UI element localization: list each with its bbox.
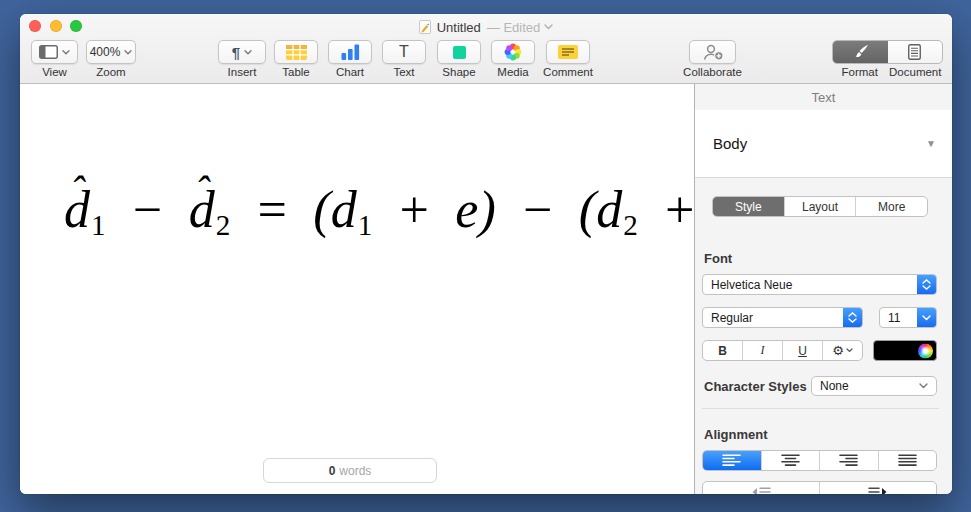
format-label: Format	[832, 67, 888, 79]
align-justify-button[interactable]	[878, 451, 937, 470]
insert-button[interactable]: ¶	[218, 40, 266, 64]
hat-accent: ˆ	[70, 164, 84, 218]
color-wheel-icon[interactable]	[918, 343, 933, 358]
shape-label: Shape	[442, 67, 475, 79]
tab-layout[interactable]: Layout	[784, 197, 856, 216]
chevron-down-icon[interactable]	[917, 308, 936, 327]
align-justify-icon	[898, 454, 917, 467]
chevron-down-icon	[124, 50, 132, 55]
chart-button[interactable]	[328, 40, 372, 64]
font-section-label: Font	[704, 252, 732, 265]
window-title: Untitled	[437, 20, 481, 35]
font-family-select[interactable]: Helvetica Neue	[702, 274, 937, 295]
table-icon	[286, 45, 307, 60]
zoom-value: 400%	[90, 45, 121, 59]
comment-button[interactable]	[546, 40, 590, 64]
equation: dˆ1 − dˆ2 = (d1 + e) − (d2 + e)	[64, 176, 761, 245]
font-size-value: 11	[888, 311, 900, 325]
media-label: Media	[497, 67, 528, 79]
collaborate-label: Collaborate	[683, 67, 742, 79]
text-button[interactable]: T	[382, 40, 426, 64]
indent-decrease-icon	[751, 486, 771, 495]
zoom-button[interactable]: 400%	[86, 40, 136, 64]
stepper-icon[interactable]	[843, 308, 862, 327]
zoom-label: Zoom	[96, 67, 125, 79]
tab-style[interactable]: Style	[713, 197, 784, 216]
paragraph-style-name: Body	[713, 135, 747, 152]
gear-icon: ⚙	[832, 344, 844, 357]
indent-increase-icon	[868, 486, 888, 495]
underline-button[interactable]: U	[782, 341, 822, 360]
alignment-label: Alignment	[704, 428, 768, 441]
view-sidebar-icon	[39, 45, 58, 59]
character-styles-dropdown[interactable]: None	[811, 376, 937, 396]
window-edited-status: — Edited	[487, 20, 540, 35]
decrease-indent-button[interactable]	[703, 482, 819, 494]
titlebar: Untitled — Edited	[20, 14, 952, 40]
collaborate-button[interactable]	[689, 40, 736, 64]
paragraph-style-row[interactable]: Body ▼	[695, 110, 952, 178]
font-family-value: Helvetica Neue	[711, 278, 792, 292]
text-label: Text	[393, 67, 414, 79]
paintbrush-icon	[852, 44, 869, 60]
comment-icon	[558, 45, 578, 59]
shape-icon	[453, 46, 466, 59]
document-canvas[interactable]: dˆ1 − dˆ2 = (d1 + e) − (d2 + e) 0 words	[20, 84, 694, 494]
format-button[interactable]	[833, 41, 888, 63]
pilcrow-icon: ¶	[232, 45, 240, 60]
font-weight-value: Regular	[711, 311, 753, 325]
view-label: View	[42, 67, 67, 79]
title-chevron-down-icon[interactable]	[544, 24, 553, 30]
chevron-down-icon	[244, 50, 252, 55]
align-right-icon	[839, 454, 858, 467]
tab-more[interactable]: More	[855, 197, 927, 216]
pages-app-icon	[419, 20, 431, 34]
bold-button[interactable]: B	[703, 341, 742, 360]
table-button[interactable]	[274, 40, 318, 64]
increase-indent-button[interactable]	[819, 482, 936, 494]
collaborate-icon	[702, 44, 724, 61]
inspector-tabs: Style Layout More	[712, 196, 928, 217]
insert-label: Insert	[228, 67, 257, 79]
advanced-options-button[interactable]: ⚙	[822, 341, 862, 360]
alignment-controls	[702, 450, 937, 471]
section-divider	[702, 408, 939, 409]
align-left-button[interactable]	[703, 451, 761, 470]
align-left-icon	[722, 454, 741, 467]
chevron-down-icon	[846, 348, 853, 353]
document-button[interactable]	[888, 41, 943, 63]
media-button[interactable]	[491, 40, 535, 64]
chevron-down-icon	[919, 383, 928, 389]
hat-accent: ˆ	[195, 164, 209, 218]
indent-controls	[702, 481, 937, 494]
text-color-well[interactable]	[873, 340, 937, 361]
align-center-button[interactable]	[761, 451, 820, 470]
format-inspector: Text Body ▼ Style Layout More Font Helve…	[694, 84, 952, 494]
chart-icon	[341, 44, 360, 60]
stepper-icon[interactable]	[917, 275, 936, 294]
character-styles-value: None	[820, 379, 849, 393]
shape-button[interactable]	[437, 40, 481, 64]
text-icon: T	[399, 44, 409, 60]
word-count-label: words	[339, 464, 371, 478]
view-button[interactable]	[31, 40, 78, 64]
font-size-select[interactable]: 11	[879, 307, 937, 328]
table-label: Table	[282, 67, 310, 79]
inspector-header: Text	[695, 84, 952, 111]
pages-window: Untitled — Edited View 400% Zoom	[20, 14, 952, 494]
media-flower-icon	[504, 43, 522, 61]
word-count-pill[interactable]: 0 words	[263, 458, 437, 483]
window-header: Untitled — Edited View 400% Zoom	[20, 14, 952, 84]
chart-label: Chart	[336, 67, 364, 79]
chevron-down-icon	[62, 50, 70, 55]
disclosure-triangle-icon[interactable]: ▼	[926, 138, 936, 149]
font-weight-select[interactable]: Regular	[702, 307, 863, 328]
comment-label: Comment	[543, 67, 593, 79]
align-right-button[interactable]	[819, 451, 878, 470]
document-icon	[908, 44, 921, 60]
character-styles-label: Character Styles	[704, 380, 807, 393]
font-style-controls: B I U ⚙	[702, 340, 863, 361]
word-count-value: 0	[329, 464, 336, 478]
document-label: Document	[888, 67, 944, 79]
italic-button[interactable]: I	[742, 341, 782, 360]
